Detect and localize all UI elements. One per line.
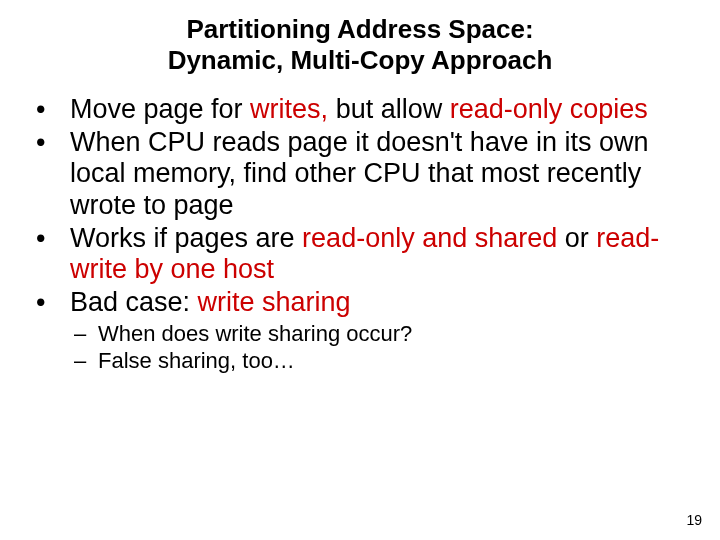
bullet-4-text-a: Bad case: [70,287,198,317]
page-number: 19 [686,512,702,528]
sub-bullet-2: False sharing, too… [70,347,690,375]
bullet-1-writes: writes, [250,94,328,124]
title-line-2: Dynamic, Multi-Copy Approach [168,45,553,75]
sub-bullet-1-text: When does write sharing occur? [98,321,412,346]
sub-bullet-list: When does write sharing occur? False sha… [28,320,690,375]
bullet-2: When CPU reads page it doesn't have in i… [28,127,690,220]
bullet-1-text-c: but allow [328,94,450,124]
sub-bullet-1: When does write sharing occur? [70,320,690,348]
bullet-1-readonly: read-only copies [450,94,648,124]
bullet-3-text-a: Works if pages are [70,223,302,253]
bullet-list: Move page for writes, but allow read-onl… [28,94,690,317]
title-line-1: Partitioning Address Space: [186,14,533,44]
bullet-4: Bad case: write sharing [28,287,690,318]
bullet-4-write-sharing: write sharing [198,287,351,317]
bullet-1: Move page for writes, but allow read-onl… [28,94,690,125]
sub-bullet-2-text: False sharing, too… [98,348,295,373]
bullet-3-readonly-shared: read-only and shared [302,223,557,253]
bullet-1-text-a: Move page for [70,94,250,124]
slide-content: Move page for writes, but allow read-onl… [0,94,720,374]
slide-title: Partitioning Address Space: Dynamic, Mul… [0,0,720,94]
bullet-3-text-c: or [557,223,596,253]
slide: Partitioning Address Space: Dynamic, Mul… [0,0,720,540]
bullet-2-text: When CPU reads page it doesn't have in i… [70,127,648,219]
bullet-3: Works if pages are read-only and shared … [28,223,690,285]
